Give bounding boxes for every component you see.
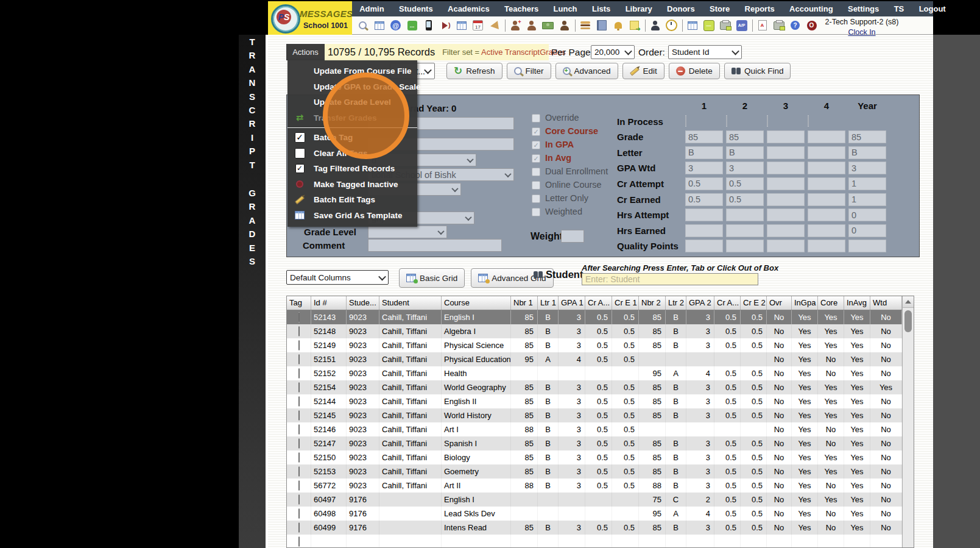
column-header-ltr2[interactable]: Ltr 2: [666, 296, 686, 310]
grid-value-cell[interactable]: 0: [848, 224, 886, 237]
spreadsheet-icon[interactable]: [686, 20, 698, 31]
order-select[interactable]: Student Id: [668, 45, 742, 59]
grid-value-cell[interactable]: 0.5: [726, 177, 764, 190]
student-search-input[interactable]: [582, 273, 758, 285]
scrollbar-thumb[interactable]: [904, 310, 912, 332]
column-header-student[interactable]: Student: [379, 296, 442, 310]
grid-value-cell[interactable]: [808, 162, 845, 174]
grid-value-cell[interactable]: [808, 146, 845, 159]
checkbox-override[interactable]: [532, 114, 540, 123]
row-tag-checkbox[interactable]: [298, 312, 300, 322]
table-row[interactable]: 521479023Cahill, TiffaniSpanish I85B30.5…: [287, 436, 914, 450]
column-header-tag[interactable]: Tag: [287, 296, 311, 310]
menu-item-save-grid-as-template[interactable]: Save Grid As Template: [287, 208, 417, 224]
clock-in-link[interactable]: Clock In: [848, 28, 875, 37]
checkbox-in-avg[interactable]: ✓: [532, 154, 540, 163]
grid-value-cell[interactable]: [767, 193, 805, 206]
checkbox-core-course[interactable]: ✓: [532, 127, 540, 136]
grid-value-cell[interactable]: 85: [726, 130, 764, 143]
menu-item-tag-filtered-records[interactable]: ✓Tag Filtered Records: [287, 161, 417, 177]
checkbox-dual-enrollment[interactable]: [532, 168, 540, 176]
in-process-checkbox[interactable]: [767, 115, 768, 127]
grid-value-cell[interactable]: 3: [685, 162, 723, 174]
table-row[interactable]: 521489023Cahill, TiffaniAlgebra I85B30.5…: [287, 324, 914, 338]
schedule-icon[interactable]: [456, 20, 467, 31]
grid-value-cell[interactable]: 0.5: [726, 193, 764, 206]
grid-value-cell[interactable]: [726, 224, 764, 237]
table-row[interactable]: 521539023Cahill, TiffaniGoemetry85B30.50…: [287, 464, 914, 479]
grid-value-cell[interactable]: [767, 130, 805, 143]
bell-icon[interactable]: [612, 20, 624, 31]
grid-value-cell[interactable]: [685, 240, 723, 252]
row-tag-checkbox[interactable]: [298, 396, 300, 407]
grid-value-cell[interactable]: [767, 208, 805, 221]
nav-item-ts[interactable]: TS: [886, 1, 911, 16]
grid-value-cell[interactable]: [767, 224, 805, 237]
in-process-checkbox[interactable]: [685, 115, 686, 127]
grid-value-cell[interactable]: [808, 224, 845, 237]
checkbox-in-gpa[interactable]: ✓: [532, 141, 540, 149]
printer-icon[interactable]: [719, 20, 731, 31]
search-icon[interactable]: [357, 20, 368, 31]
grid-value-cell[interactable]: 1: [848, 177, 886, 190]
column-header-inavg[interactable]: InAvg: [844, 296, 870, 310]
table-row[interactable]: 604989176Lead Skls Dev95A40.50.5NoYesNoY…: [287, 507, 914, 521]
table-row[interactable]: 521549023Cahill, TiffaniWorld Geography8…: [287, 380, 914, 394]
table-row[interactable]: 521509023Cahill, TiffaniBiology85B30.50.…: [287, 450, 914, 464]
nav-item-logout[interactable]: Logout: [911, 1, 953, 16]
help-icon[interactable]: ?: [789, 20, 801, 31]
nav-item-students[interactable]: Students: [392, 1, 440, 16]
column-header-cra[interactable]: Cr A...: [585, 296, 612, 310]
row-tag-checkbox[interactable]: [298, 326, 300, 336]
grid-value-cell[interactable]: [808, 193, 845, 206]
grid-value-cell[interactable]: [685, 208, 723, 221]
column-header-course[interactable]: Course: [442, 296, 511, 310]
money-icon[interactable]: [542, 20, 554, 31]
column-header-cre1[interactable]: Cr E 1: [612, 296, 639, 310]
actions-menu-button[interactable]: Actions: [286, 44, 325, 60]
delete-button[interactable]: Delete: [669, 63, 720, 79]
person-suit-icon[interactable]: [649, 20, 661, 31]
column-header-gpa1[interactable]: GPA 1: [559, 296, 585, 310]
column-header-ingpa[interactable]: InGpa: [792, 296, 818, 310]
row-tag-checkbox[interactable]: [298, 452, 300, 463]
table-row[interactable]: 521459023Cahill, TiffaniWorld History85B…: [287, 408, 914, 422]
grid-value-cell[interactable]: B: [726, 146, 764, 159]
grid-value-cell[interactable]: [767, 162, 805, 174]
table-row[interactable]: 604999176Intens Read85B30.50.585B30.50.5…: [287, 521, 914, 535]
table-row[interactable]: 521449023Cahill, TiffaniEnglish II85B30.…: [287, 394, 914, 408]
checkbox-letter-only[interactable]: [532, 194, 540, 203]
row-tag-checkbox[interactable]: [298, 368, 300, 379]
copier-icon[interactable]: [773, 20, 784, 31]
grid-value-cell[interactable]: [726, 240, 764, 252]
row-tag-checkbox[interactable]: [298, 354, 300, 365]
grid-icon[interactable]: [373, 20, 385, 31]
grid-value-cell[interactable]: 3: [726, 162, 764, 174]
nav-item-lunch[interactable]: Lunch: [546, 1, 584, 16]
row-tag-checkbox[interactable]: [298, 508, 300, 519]
grid-value-cell[interactable]: [726, 208, 764, 221]
column-header-core[interactable]: Core: [818, 296, 844, 310]
row-tag-checkbox[interactable]: [298, 438, 300, 449]
phone-icon[interactable]: [423, 20, 434, 31]
refresh-button[interactable]: ↻Refresh: [446, 63, 502, 79]
column-header-nbr1[interactable]: Nbr 1: [511, 296, 538, 310]
per-page-select[interactable]: 20,000: [591, 45, 635, 59]
table-row[interactable]: 521519023Cahill, TiffaniPhysical Educati…: [287, 352, 914, 366]
nav-item-accounting[interactable]: Accounting: [782, 1, 841, 16]
grid-value-cell[interactable]: 85: [848, 130, 886, 143]
nav-item-store[interactable]: Store: [702, 1, 738, 16]
people-icon[interactable]: [559, 20, 570, 31]
grid-value-cell[interactable]: B: [848, 146, 886, 159]
chat-icon[interactable]: ...: [406, 20, 418, 31]
grid-value-cell[interactable]: 0.5: [685, 177, 723, 190]
pdf-icon[interactable]: A: [756, 20, 768, 31]
column-header-stude[interactable]: Stude...: [347, 296, 379, 310]
calendar-icon[interactable]: 17: [472, 20, 484, 31]
nav-item-reports[interactable]: Reports: [737, 1, 782, 16]
row-tag-checkbox[interactable]: [298, 340, 300, 351]
comment-field[interactable]: [368, 239, 502, 252]
row-tag-checkbox[interactable]: [298, 424, 300, 435]
table-row[interactable]: 521439023Cahill, TiffaniEnglish I85B30.5…: [287, 310, 914, 324]
column-header-nbr2[interactable]: Nbr 2: [639, 296, 666, 310]
